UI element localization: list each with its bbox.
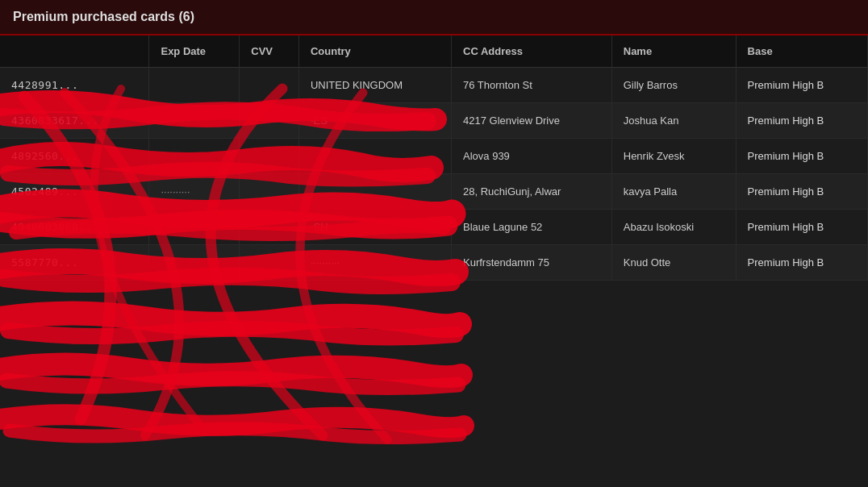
cell-exp: ·········· — [149, 174, 240, 210]
table-row: 4940603068...·SHBlaue Lagune 52Abazu Iso… — [0, 210, 868, 245]
cell-base: Premium High B — [736, 210, 867, 245]
cell-address: Kurfrstendamm 75 — [452, 245, 612, 281]
col-header-address: CC Address — [452, 35, 612, 68]
cell-base: Premium High B — [736, 103, 867, 139]
col-header-base: Base — [736, 35, 867, 68]
cell-cvv — [240, 174, 299, 210]
cell-exp — [149, 245, 240, 281]
table-container: Exp Date CVV Country CC Address Name Bas… — [0, 35, 868, 281]
cell-name: Gilly Barros — [611, 68, 736, 103]
cell-cc: 5587770... — [0, 245, 149, 281]
cell-cc: 4428991... — [0, 68, 149, 103]
cell-cvv — [240, 68, 299, 103]
page-title: Premium purchased cards (6) — [13, 10, 855, 24]
cell-exp: ·········· — [149, 103, 240, 139]
cell-base: Premium High B — [736, 245, 867, 281]
cell-cc: 4940603068... — [0, 210, 149, 245]
title-bar: Premium purchased cards (6) — [0, 0, 868, 35]
table-header-row: Exp Date CVV Country CC Address Name Bas… — [0, 35, 868, 68]
table-row: 4502489...··········28, RuchiGunj, Alwar… — [0, 174, 868, 210]
cell-address: Blaue Lagune 52 — [452, 210, 612, 245]
cell-name: Henrik Zvesk — [611, 139, 736, 174]
col-header-country: Country — [298, 35, 451, 68]
cell-address: Alova 939 — [452, 139, 612, 174]
col-header-expdate: Exp Date — [149, 35, 240, 68]
cell-name: Abazu Isokoski — [611, 210, 736, 245]
cards-table: Exp Date CVV Country CC Address Name Bas… — [0, 35, 868, 281]
cell-cvv — [240, 210, 299, 245]
cell-country: ·········· — [298, 245, 451, 281]
cell-cvv — [240, 139, 299, 174]
cell-country: UNITED KINGDOM — [298, 68, 451, 103]
cell-name: Joshua Kan — [611, 103, 736, 139]
cell-country: ·SH — [298, 210, 451, 245]
cell-base: Premium High B — [736, 174, 867, 210]
cell-exp — [149, 139, 240, 174]
cell-country: ·ES — [298, 103, 451, 139]
cell-cvv — [240, 245, 299, 281]
cell-address: 4217 Glenview Drive — [452, 103, 612, 139]
cell-cc: 4502489... — [0, 174, 149, 210]
cell-cc: 4360833617... — [0, 103, 149, 139]
page-container: Premium purchased cards (6) Exp Date CVV… — [0, 0, 868, 487]
cell-address: 76 Thornton St — [452, 68, 612, 103]
cell-address: 28, RuchiGunj, Alwar — [452, 174, 612, 210]
cell-country — [298, 174, 451, 210]
cell-base: Premium High B — [736, 139, 867, 174]
table-row: 4892560...Alova 939Henrik ZveskPremium H… — [0, 139, 868, 174]
table-row: 5587770...··········Kurfrstendamm 75Knud… — [0, 245, 868, 281]
cell-name: kavya Palla — [611, 174, 736, 210]
col-header-cvv: CVV — [240, 35, 299, 68]
cell-cvv — [240, 103, 299, 139]
cell-exp — [149, 210, 240, 245]
cell-cc: 4892560... — [0, 139, 149, 174]
cell-exp — [149, 68, 240, 103]
table-row: 4428991...UNITED KINGDOM76 Thornton StGi… — [0, 68, 868, 103]
col-header-name: Name — [611, 35, 736, 68]
col-header-cc — [0, 35, 149, 68]
cell-base: Premium High B — [736, 68, 867, 103]
table-row: 4360833617...···········ES4217 Glenview … — [0, 103, 868, 139]
cell-country — [298, 139, 451, 174]
cell-name: Knud Otte — [611, 245, 736, 281]
